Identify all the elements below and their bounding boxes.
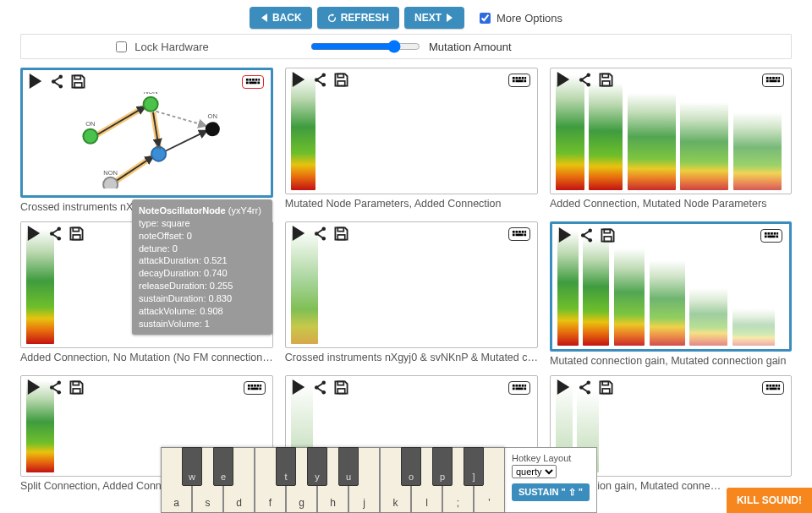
svg-text:ON: ON	[208, 112, 217, 120]
back-label: BACK	[272, 12, 302, 24]
share-icon[interactable]	[48, 380, 63, 397]
svg-line-2	[151, 110, 206, 126]
keyboard-icon[interactable]	[242, 75, 264, 91]
black-key-y[interactable]: y	[307, 447, 327, 486]
kill-sound-button[interactable]: KILL SOUND!	[727, 488, 812, 513]
svg-rect-129	[772, 385, 775, 387]
lock-hardware-label: Lock Hardware	[134, 41, 208, 53]
black-key-w[interactable]: w	[182, 447, 202, 486]
card-0[interactable]: ONNONONNNON	[20, 68, 273, 198]
hotkey-layout-select[interactable]: querty	[512, 465, 557, 478]
svg-text:NON: NON	[103, 169, 118, 177]
save-icon[interactable]	[71, 74, 85, 91]
share-icon[interactable]	[313, 73, 327, 90]
keyboard-icon[interactable]	[762, 74, 784, 90]
keyboard-icon[interactable]	[508, 74, 530, 90]
tooltip-title: NoteOscillatorNode	[139, 205, 226, 216]
play-icon[interactable]	[291, 379, 306, 397]
refresh-icon	[327, 14, 337, 23]
card-1[interactable]	[285, 68, 538, 194]
hotkey-layout-label: Hotkey Layout	[512, 453, 590, 463]
svg-rect-36	[513, 77, 515, 79]
keyboard-icon[interactable]	[508, 227, 530, 243]
svg-rect-73	[337, 227, 343, 231]
black-key-u[interactable]: u	[338, 447, 359, 486]
share-icon[interactable]	[48, 226, 63, 243]
play-icon[interactable]	[26, 226, 41, 243]
play-icon[interactable]	[26, 379, 41, 397]
svg-rect-130	[776, 385, 778, 387]
black-key-o[interactable]: o	[401, 447, 421, 486]
svg-rect-120	[515, 388, 523, 390]
save-icon[interactable]	[334, 226, 348, 243]
mutation-slider[interactable]	[310, 40, 420, 53]
top-toolbar: BACK REFRESH NEXT More Options	[0, 0, 812, 34]
play-icon[interactable]	[28, 74, 43, 91]
svg-rect-47	[602, 74, 608, 77]
svg-rect-88	[765, 232, 767, 235]
share-icon[interactable]	[50, 74, 64, 91]
svg-rect-74	[337, 234, 345, 239]
card-2[interactable]	[550, 68, 792, 194]
play-icon[interactable]	[557, 227, 573, 245]
svg-rect-89	[768, 232, 771, 235]
skip-forward-icon	[446, 14, 454, 22]
svg-rect-61	[73, 234, 80, 239]
sustain-button[interactable]: SUSTAIN " ⇧ "	[512, 483, 590, 501]
save-icon[interactable]	[334, 73, 348, 90]
save-icon[interactable]	[599, 380, 613, 397]
keyboard-icon[interactable]	[244, 381, 266, 397]
black-key-t[interactable]: t	[276, 447, 296, 486]
black-key-][interactable]: ]	[464, 447, 484, 486]
svg-rect-55	[770, 80, 777, 83]
svg-rect-87	[604, 236, 612, 241]
svg-rect-103	[254, 385, 256, 387]
svg-rect-102	[250, 385, 253, 387]
share-icon[interactable]	[313, 226, 327, 243]
play-icon[interactable]	[291, 72, 306, 90]
svg-rect-34	[337, 74, 343, 77]
share-icon[interactable]	[578, 73, 592, 90]
more-options-label: More Options	[497, 12, 562, 25]
skip-back-icon	[260, 14, 268, 22]
svg-rect-86	[604, 229, 610, 232]
black-key-p[interactable]: p	[432, 447, 453, 486]
save-icon[interactable]	[69, 226, 84, 243]
save-icon[interactable]	[599, 73, 613, 90]
lock-hardware-toggle[interactable]: Lock Hardware	[21, 39, 300, 55]
black-key-e[interactable]: e	[213, 447, 233, 486]
play-icon[interactable]	[556, 379, 571, 397]
card-5[interactable]	[550, 221, 792, 352]
tooltip-line: attackDuration: 0.521	[139, 254, 266, 267]
svg-rect-113	[337, 388, 345, 393]
play-icon[interactable]	[291, 226, 306, 243]
play-icon[interactable]	[556, 72, 571, 90]
piano-keys[interactable]: asdfghjkl;'wetyuop]	[161, 447, 505, 513]
svg-rect-75	[513, 231, 515, 233]
svg-text:NON: NON	[144, 92, 158, 96]
svg-rect-133	[770, 388, 777, 390]
svg-rect-127	[766, 385, 769, 387]
share-icon[interactable]	[579, 228, 594, 245]
svg-rect-53	[778, 77, 780, 79]
save-icon[interactable]	[601, 228, 615, 245]
svg-rect-114	[513, 385, 515, 387]
save-icon[interactable]	[69, 380, 84, 397]
lock-hardware-checkbox[interactable]	[116, 41, 127, 52]
svg-point-8	[83, 129, 97, 144]
more-options-toggle[interactable]: More Options	[476, 10, 562, 26]
keyboard-icon[interactable]	[760, 229, 782, 245]
card-4[interactable]	[285, 221, 538, 348]
keyboard-icon[interactable]	[762, 381, 784, 397]
save-icon[interactable]	[334, 380, 348, 397]
keyboard-icon[interactable]	[508, 381, 530, 397]
share-icon[interactable]	[313, 380, 327, 397]
more-options-checkbox[interactable]	[480, 13, 491, 24]
tooltip-line: sustainVolume: 1	[139, 318, 266, 330]
svg-rect-22	[74, 82, 82, 87]
share-icon[interactable]	[578, 380, 592, 397]
svg-rect-104	[256, 385, 259, 387]
back-button[interactable]: BACK	[250, 7, 312, 29]
next-button[interactable]: NEXT	[404, 7, 464, 29]
refresh-button[interactable]: REFRESH	[317, 7, 399, 29]
